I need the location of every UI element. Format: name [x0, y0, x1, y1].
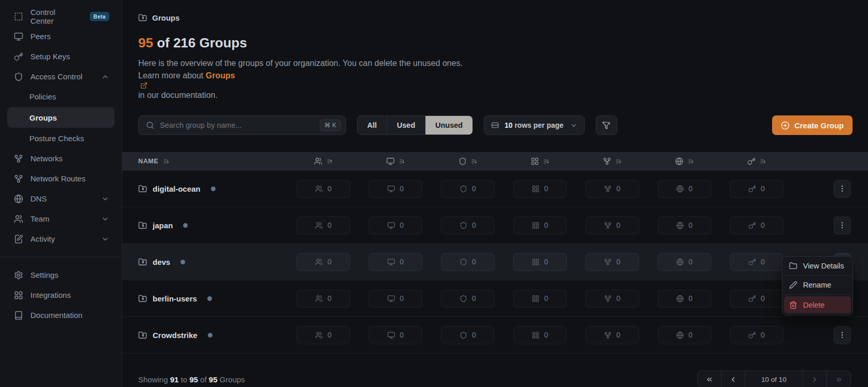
- git-fork-icon: [604, 258, 612, 266]
- users-icon: [315, 185, 323, 193]
- shield-icon: [14, 72, 23, 81]
- sort-desc-icon: [760, 158, 766, 165]
- sidebar-item-networks[interactable]: Networks: [0, 148, 122, 169]
- rows-per-page-select[interactable]: 10 rows per page: [484, 115, 584, 135]
- table-footer: Showing 91 to 95 of 95 Groups 10 of 10: [122, 371, 868, 387]
- tab-all[interactable]: All: [357, 116, 387, 134]
- last-page-button[interactable]: [827, 371, 850, 387]
- peers-count-badge: 0: [369, 253, 422, 271]
- groups-doc-link[interactable]: Groups: [206, 71, 235, 80]
- group-name: digital-ocean: [153, 184, 201, 193]
- monitor-icon: [387, 258, 395, 266]
- users-count-badge: 0: [297, 216, 350, 234]
- table-row[interactable]: berlin-users 0 0 0 0 0 0 0: [122, 280, 868, 317]
- create-group-button[interactable]: Create Group: [772, 115, 853, 135]
- sidebar-item-team[interactable]: Team: [0, 209, 122, 229]
- tab-used[interactable]: Used: [387, 116, 425, 134]
- sidebar-item-posture-checks[interactable]: Posture Checks: [0, 128, 122, 148]
- globe-icon: [675, 157, 683, 165]
- plus-circle-icon: [781, 121, 790, 130]
- column-header-routes[interactable]: [576, 157, 648, 165]
- chevron-left-icon: [729, 376, 737, 383]
- main-content: Groups 95 of 216 Groups Here is the over…: [122, 0, 868, 387]
- menu-item-rename[interactable]: Rename: [782, 276, 853, 295]
- table-row[interactable]: Crowdstrike 0 0 0 0 0 0 0: [122, 317, 868, 354]
- search-box[interactable]: ⌘ K: [138, 115, 346, 135]
- page-description: Here is the overview of the groups of yo…: [122, 51, 868, 102]
- key-icon: [747, 157, 756, 165]
- group-name: japan: [153, 221, 173, 230]
- layers-icon: [532, 331, 539, 339]
- key-icon: [748, 222, 756, 229]
- chevron-up-icon: [101, 73, 109, 81]
- shield-icon: [458, 157, 467, 165]
- sidebar-item-policies[interactable]: Policies: [0, 87, 122, 107]
- sidebar-item-label: Policies: [29, 92, 56, 101]
- peers-count-badge: 0: [369, 326, 422, 344]
- sidebar-item-control-center[interactable]: Control Center Beta: [0, 6, 122, 26]
- users-icon: [315, 331, 323, 339]
- table-row-selected[interactable]: devs 0 0 0 0 0 0 0: [122, 244, 868, 280]
- range-end: 95: [189, 375, 198, 384]
- folder-group-icon: [138, 13, 147, 22]
- nameservers-count-badge: 0: [658, 290, 711, 308]
- gear-icon: [14, 271, 23, 280]
- table-row[interactable]: japan 0 0 0 0 0 0 0: [122, 207, 868, 244]
- layers-icon: [532, 258, 539, 266]
- dots-vertical-icon: [838, 221, 846, 229]
- table-row[interactable]: digital-ocean 0 0 0 0 0 0 0: [122, 171, 868, 207]
- column-header-setup-keys[interactable]: [720, 157, 793, 165]
- menu-item-view-details[interactable]: View Details: [782, 257, 853, 276]
- users-count-badge: 0: [297, 180, 350, 198]
- peers-count-badge: 0: [369, 180, 422, 198]
- key-icon: [14, 52, 23, 61]
- sidebar-item-setup-keys[interactable]: Setup Keys: [0, 46, 122, 66]
- row-menu-button[interactable]: [833, 326, 851, 344]
- column-header-policies[interactable]: [432, 157, 504, 165]
- dots-vertical-icon: [838, 331, 846, 339]
- group-status-dot: [181, 260, 185, 264]
- layers-icon: [532, 222, 539, 229]
- column-header-peers[interactable]: [359, 157, 432, 165]
- sidebar-item-groups[interactable]: Groups: [7, 107, 114, 128]
- total-count: 95: [209, 375, 218, 384]
- column-header-nameservers[interactable]: [648, 157, 720, 165]
- sidebar-item-access-control[interactable]: Access Control: [0, 66, 122, 87]
- sidebar-item-integrations[interactable]: Integrations: [0, 285, 122, 305]
- sort-desc-icon: [471, 158, 478, 165]
- sidebar-item-settings[interactable]: Settings: [0, 265, 122, 285]
- row-menu-button[interactable]: [833, 216, 851, 234]
- tab-unused[interactable]: Unused: [425, 116, 472, 134]
- clear-filters-button[interactable]: [596, 115, 617, 135]
- column-header-name[interactable]: NAME: [122, 158, 287, 165]
- sidebar-item-documentation[interactable]: Documentation: [0, 305, 122, 325]
- users-icon: [14, 214, 23, 224]
- sidebar-item-activity[interactable]: Activity: [0, 229, 122, 249]
- rows-icon: [491, 121, 499, 129]
- users-count-badge: 0: [297, 326, 350, 344]
- chevron-down-icon: [570, 122, 578, 129]
- first-page-button[interactable]: [698, 371, 722, 387]
- search-input[interactable]: [160, 121, 314, 129]
- next-page-button[interactable]: [803, 371, 827, 387]
- setup-keys-count-badge: 0: [730, 290, 783, 308]
- chevron-right-icon: [811, 376, 818, 383]
- shield-icon: [460, 295, 467, 302]
- external-link-icon[interactable]: [140, 82, 148, 89]
- rows-per-page-value: 10: [504, 121, 513, 129]
- key-icon: [748, 331, 756, 339]
- sidebar-item-label: Groups: [29, 113, 57, 122]
- sort-desc-icon: [615, 158, 622, 165]
- routes-count-badge: 0: [585, 180, 639, 198]
- prev-page-button[interactable]: [722, 371, 745, 387]
- menu-item-delete[interactable]: Delete: [784, 296, 851, 313]
- sidebar-item-network-routes[interactable]: Network Routes: [0, 169, 122, 189]
- column-header-resources[interactable]: [504, 157, 576, 165]
- column-header-users[interactable]: [287, 157, 359, 165]
- sidebar-item-peers[interactable]: Peers: [0, 26, 122, 46]
- row-menu-button[interactable]: [833, 180, 851, 198]
- folder-icon: [789, 262, 797, 270]
- monitor-icon: [387, 295, 395, 302]
- sidebar-item-label: Network Routes: [30, 174, 86, 183]
- sidebar-item-dns[interactable]: DNS: [0, 189, 122, 209]
